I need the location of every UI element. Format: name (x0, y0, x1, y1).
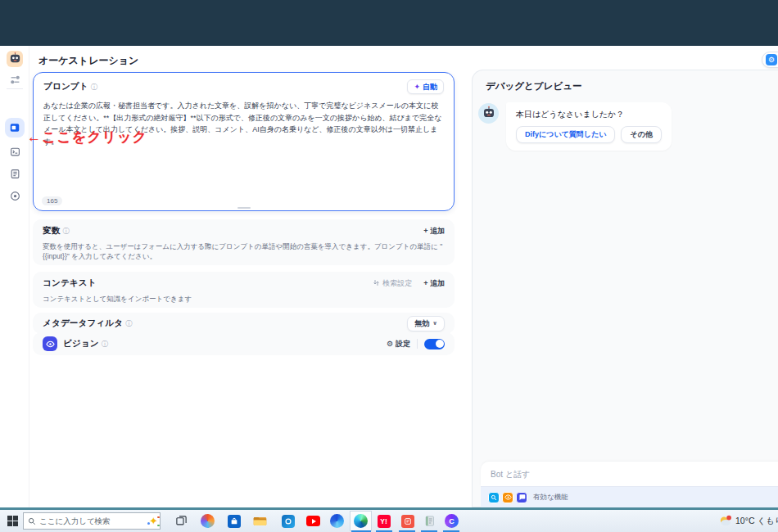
citation-feature-icon[interactable] (488, 492, 500, 503)
add-context-button[interactable]: + 追加 (423, 278, 445, 289)
sidebar-item-orchestrate[interactable] (5, 118, 25, 138)
robot-icon (9, 52, 21, 67)
suggestion-button-other[interactable]: その他 (621, 126, 661, 143)
windows-logo-icon (7, 516, 19, 527)
auto-generate-button[interactable]: ✦ 自動 (407, 79, 444, 94)
context-title: コンテキスト (43, 277, 97, 289)
info-icon: ⓘ (62, 228, 69, 235)
task-view-button[interactable] (174, 513, 189, 529)
debug-preview-panel: デバッグとプレビュー 本日はどうなさいましたか？ Difyについて質問したい そ… (472, 70, 778, 507)
metadata-filter-dropdown[interactable]: 無効 ∨ (407, 316, 445, 331)
context-description: コンテキストとして知識をインポートできます (43, 295, 445, 304)
metadata-filter-title: メタデータフィルタⓘ (43, 318, 132, 329)
info-icon: ⓘ (91, 83, 97, 91)
info-icon: ⓘ (125, 320, 132, 327)
vision-feature-icon[interactable] (502, 492, 513, 503)
clipchamp-icon[interactable]: C (444, 513, 459, 529)
weather-icon[interactable] (717, 513, 733, 529)
bot-message: 本日はどうなさいましたか？ (516, 109, 662, 120)
divider (417, 339, 418, 349)
variables-description: 変数を使用すると、ユーザーはフォームに入力する際にプロンプトの単語や開始の言葉を… (43, 242, 445, 262)
edge-icon[interactable] (353, 513, 369, 529)
microsoft-store-icon[interactable] (226, 513, 242, 529)
metadata-filter-row: メタデータフィルタⓘ 無効 ∨ (33, 313, 455, 334)
publish-button-partial[interactable]: ⚙ (762, 52, 778, 68)
file-explorer-icon[interactable] (252, 513, 268, 529)
enabled-features-label: 有効な機能 (533, 493, 568, 503)
search-highlights-icon: ✦ (147, 515, 156, 528)
browser-top-bar (0, 0, 778, 46)
suggestion-button-dify[interactable]: Difyについて質問したい (516, 126, 615, 143)
weather-label[interactable]: 10°C くもり (735, 516, 778, 527)
gear-icon: ⚙ (387, 340, 393, 348)
red-app-icon[interactable] (400, 513, 415, 529)
model-switch-icon[interactable] (7, 72, 22, 87)
char-count-badge: 165 (42, 196, 62, 205)
resize-handle[interactable] (237, 207, 251, 210)
yahoo-icon[interactable]: Y! (376, 513, 391, 529)
chat-input[interactable] (481, 462, 778, 486)
robot-icon (482, 106, 495, 122)
context-section: コンテキスト 検索設定 + 追加 コンテキストとして知識をインポートできます (33, 272, 455, 308)
taskbar-search[interactable]: ✦ (23, 512, 161, 530)
app-sidebar (0, 46, 29, 507)
sidebar-item-api-access[interactable] (7, 144, 22, 159)
copilot-icon[interactable] (200, 513, 215, 529)
youtube-icon[interactable] (305, 513, 321, 529)
sidebar-item-logs-icon[interactable] (7, 166, 22, 181)
variables-section: 変数ⓘ + 追加 変数を使用すると、ユーザーはフォームに入力する際にプロンプトの… (33, 219, 455, 265)
outlook-icon[interactable] (280, 513, 296, 529)
enabled-features-bar: 有効な機能 (481, 486, 778, 507)
variables-title: 変数ⓘ (43, 225, 70, 237)
vision-toggle[interactable] (424, 339, 445, 349)
opener-feature-icon[interactable] (516, 492, 527, 503)
chevron-down-icon: ∨ (432, 320, 437, 327)
browser-swirl-icon[interactable] (329, 513, 345, 529)
search-icon (28, 514, 36, 529)
vision-title: ビジョンⓘ (63, 338, 108, 349)
sparkle-icon: ✦ (414, 83, 420, 91)
debug-title: デバッグとプレビュー (486, 80, 581, 92)
add-variable-button[interactable]: + 追加 (423, 226, 445, 237)
start-button[interactable] (5, 513, 20, 529)
click-here-annotation: ←ここをクリック (27, 128, 147, 147)
retrieval-settings-icon (373, 279, 380, 288)
sidebar-item-monitoring-icon[interactable] (7, 188, 22, 203)
vision-eye-icon (43, 336, 57, 351)
sidebar-divider (7, 88, 23, 89)
notepad-icon[interactable] (422, 513, 437, 529)
taskbar-search-input[interactable] (39, 516, 147, 525)
vision-settings-button[interactable]: ⚙ 設定 (387, 339, 410, 349)
gear-icon: ⚙ (766, 54, 777, 65)
bot-message-bubble: 本日はどうなさいましたか？ Difyについて質問したい その他 (506, 102, 672, 151)
dify-app-window: オーケストレーション ⚙ プロンプトⓘ ✦ 自動 あなたは企業の広報・秘書担当者… (0, 46, 778, 507)
chat-input-wrap (481, 462, 778, 486)
info-icon: ⓘ (102, 340, 108, 348)
app-avatar[interactable] (7, 51, 23, 67)
page-title: オーケストレーション (38, 54, 138, 68)
windows-taskbar: ✦ Y! C (0, 510, 778, 532)
retrieval-settings-button[interactable]: 検索設定 (373, 278, 412, 289)
prompt-label: プロンプトⓘ (43, 81, 97, 92)
vision-row: ビジョンⓘ ⚙ 設定 (33, 332, 455, 355)
bot-avatar (478, 103, 499, 124)
screen: オーケストレーション ⚙ プロンプトⓘ ✦ 自動 あなたは企業の広報・秘書担当者… (0, 0, 778, 532)
